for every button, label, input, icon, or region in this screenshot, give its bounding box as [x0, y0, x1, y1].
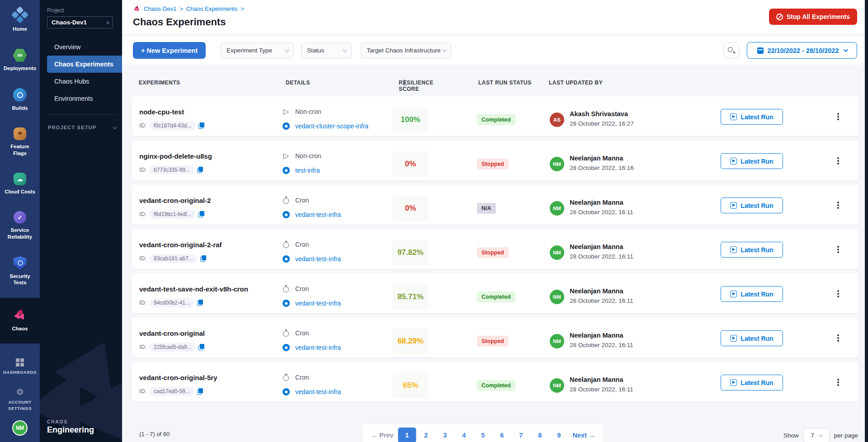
- page-button-1[interactable]: 1: [398, 428, 416, 442]
- nav-item-chaos-experiments[interactable]: Chaos Experiments: [47, 56, 122, 73]
- rail-item-security-tests[interactable]: Security Tests: [0, 252, 40, 291]
- nav-item-chaos-hubs[interactable]: Chaos Hubs: [47, 73, 122, 90]
- page-button-7[interactable]: 7: [512, 428, 530, 442]
- pagination-controls: ← Prev123456789Next →: [363, 424, 603, 442]
- experiment-row: vedant-cron-original-5ryID:cad17ed0-59..…: [132, 362, 858, 402]
- rail-item-home[interactable]: Home: [0, 5, 40, 37]
- chaos-module-icon: [133, 5, 141, 13]
- cron-schedule-icon: [283, 329, 290, 337]
- page-button-4[interactable]: 4: [455, 428, 473, 442]
- copy-icon[interactable]: [198, 211, 204, 217]
- breadcrumb-separator: >: [241, 5, 244, 12]
- user-avatar[interactable]: NM: [12, 420, 28, 436]
- row-menu-button[interactable]: [833, 112, 843, 122]
- project-setup-toggle[interactable]: PROJECT SETUP: [48, 125, 116, 130]
- infrastructure-link[interactable]: test-infra: [295, 167, 320, 174]
- home-icon: [10, 6, 29, 25]
- page-button-6[interactable]: 6: [493, 428, 511, 442]
- account-settings-label: ACCOUNT SETTINGS: [4, 399, 36, 411]
- info-icon[interactable]: i: [401, 80, 408, 86]
- new-experiment-button[interactable]: + New Experiment: [133, 42, 206, 59]
- latest-run-button[interactable]: ▶Latest Run: [721, 330, 783, 346]
- row-menu-button[interactable]: [833, 377, 843, 387]
- builds-icon: [13, 88, 27, 102]
- infrastructure-link[interactable]: vedant-test-infra: [295, 388, 341, 395]
- stop-all-experiments-button[interactable]: Stop All Experiments: [769, 9, 857, 25]
- nav-item-environments[interactable]: Environments: [47, 90, 122, 107]
- experiment-name[interactable]: vedant-cron-original: [139, 329, 205, 337]
- latest-run-button[interactable]: ▶Latest Run: [721, 109, 783, 125]
- experiment-name[interactable]: vedant-test-save-nd-exit-v8h-cron: [139, 285, 248, 293]
- gear-icon: ⚙: [16, 388, 24, 396]
- copy-icon[interactable]: [197, 167, 203, 173]
- breadcrumb-page-link[interactable]: Chaos Experiments: [186, 5, 237, 12]
- copy-icon[interactable]: [198, 344, 204, 350]
- copy-icon[interactable]: [200, 255, 206, 262]
- rail-item-cloud-costs[interactable]: ☁Cloud Costs: [0, 168, 40, 199]
- schedule-type: Cron: [283, 197, 309, 204]
- row-menu-button[interactable]: [833, 245, 843, 254]
- ban-icon: [776, 14, 783, 20]
- copy-icon[interactable]: [197, 388, 203, 395]
- rail-item-builds[interactable]: Builds: [0, 84, 40, 116]
- latest-run-button[interactable]: ▶Latest Run: [721, 197, 783, 213]
- experiment-name[interactable]: vedant-cron-original-2-raf: [139, 241, 222, 249]
- schedule-type: ▷Non-cron: [283, 108, 321, 115]
- filter-target-chaos-infrastructure[interactable]: Target Chaos Infrastructure: [361, 42, 451, 58]
- infrastructure-link[interactable]: vedant-cluster-scope-infra: [295, 122, 368, 130]
- infrastructure-link[interactable]: vedant-test-infra: [295, 255, 341, 263]
- expand-projects-icon[interactable]: »: [106, 19, 109, 26]
- pagination-range: (1 - 7) of 60: [139, 431, 170, 437]
- breadcrumb-project-link[interactable]: Chaos-Dev1: [144, 5, 176, 12]
- rail-item-feature-flags[interactable]: ⚑Feature Flags: [0, 123, 40, 161]
- page-button-2[interactable]: 2: [417, 428, 435, 442]
- latest-run-button[interactable]: ▶Latest Run: [721, 153, 783, 169]
- experiment-name[interactable]: vedant-cron-original-5ry: [139, 374, 217, 381]
- schedule-label: Cron: [295, 285, 309, 292]
- user-avatar: NM: [550, 290, 564, 304]
- latest-run-button[interactable]: ▶Latest Run: [721, 286, 783, 302]
- prev-page-button[interactable]: ← Prev: [367, 428, 397, 442]
- schedule-label: Cron: [295, 329, 309, 337]
- rail-item-chaos[interactable]: Chaos: [0, 298, 40, 343]
- schedule-type: Cron: [283, 374, 309, 381]
- user-avatar: NM: [550, 378, 564, 393]
- next-page-button[interactable]: Next →: [569, 428, 599, 442]
- latest-run-button[interactable]: ▶Latest Run: [721, 375, 783, 390]
- experiment-row: node-cpu-testID:f0c187d4-43d...▷Non-cron…: [132, 96, 858, 136]
- copy-icon[interactable]: [197, 300, 203, 306]
- rail-item-label: Builds: [12, 105, 28, 111]
- row-menu-button[interactable]: [833, 200, 843, 210]
- project-selector[interactable]: Chaos-Dev1 »: [47, 16, 113, 28]
- row-menu-button[interactable]: [833, 156, 843, 166]
- search-button[interactable]: [723, 42, 739, 58]
- row-menu-button[interactable]: [833, 289, 843, 299]
- rail-item-deployments[interactable]: ∞Deployments: [0, 44, 40, 76]
- copy-icon[interactable]: [198, 122, 204, 129]
- scrollbar[interactable]: [865, 0, 868, 442]
- infrastructure-link[interactable]: vedant-test-infra: [295, 211, 341, 218]
- infrastructure-link[interactable]: vedant-test-infra: [295, 300, 341, 307]
- experiment-name[interactable]: node-cpu-test: [139, 108, 184, 116]
- nav-item-overview[interactable]: Overview: [47, 38, 122, 56]
- experiment-id: cad17ed0-59...: [150, 387, 194, 396]
- date-range-picker[interactable]: 22/10/2022 - 28/10/2022: [747, 42, 857, 59]
- rail-item-service-reliability[interactable]: ✓Service Reliability: [0, 207, 40, 245]
- per-page-select[interactable]: 7: [803, 428, 830, 442]
- sidebar-item-dashboards[interactable]: DASHBOARDS: [0, 354, 40, 380]
- last-updated-date: 28 October 2022, 16:11: [570, 342, 633, 348]
- experiment-name[interactable]: nginx-pod-delete-u8sg: [139, 152, 212, 160]
- row-menu-button[interactable]: [833, 333, 843, 343]
- last-run-status-badge: Stopped: [477, 159, 509, 169]
- experiment-name[interactable]: vedant-cron-original-2: [139, 197, 211, 204]
- page-button-3[interactable]: 3: [436, 428, 454, 442]
- sidebar-item-account-settings[interactable]: ⚙ ACCOUNT SETTINGS: [0, 383, 40, 416]
- filter-experiment-type[interactable]: Experiment Type: [221, 42, 294, 58]
- infrastructure-link[interactable]: vedant-test-infra: [295, 344, 341, 351]
- latest-run-button[interactable]: ▶Latest Run: [721, 242, 783, 258]
- module-rail: Home∞DeploymentsBuilds⚑Feature Flags☁Clo…: [0, 0, 40, 442]
- page-button-8[interactable]: 8: [531, 428, 549, 442]
- filter-status[interactable]: Status: [301, 42, 352, 58]
- page-button-5[interactable]: 5: [474, 428, 492, 442]
- page-button-9[interactable]: 9: [550, 428, 568, 442]
